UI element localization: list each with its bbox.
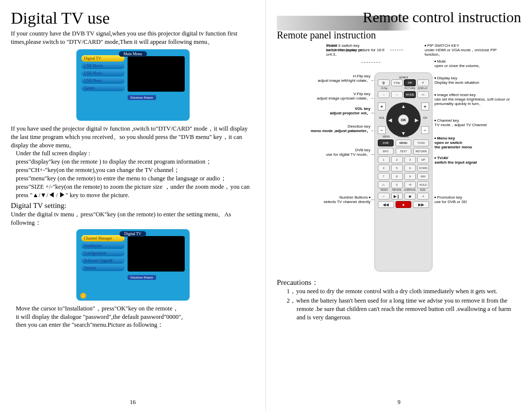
label-image: Image effect reset keycan set the image … — [434, 93, 518, 106]
db-empty-badge: Database Empty — [128, 95, 156, 100]
record-button[interactable]: ● — [396, 201, 412, 208]
menu1-header: Main Menu — [119, 51, 147, 57]
text-button[interactable]: TEXT — [396, 148, 411, 155]
down-button[interactable]: DOWN — [417, 165, 429, 171]
menu2-header: Digital TV — [119, 231, 146, 237]
size-plus-button[interactable]: + — [417, 193, 429, 200]
dialogue-password: it will display the dialogue "password",… — [16, 313, 255, 321]
stop-button[interactable]: ■ — [404, 193, 416, 200]
right-title-bar: Remote control instruction — [277, 10, 521, 25]
pip-button[interactable]: PIP — [404, 79, 416, 86]
press-ch: press"CH+-"key(on the remote),you can ch… — [16, 166, 255, 174]
hflip-sublabel: H.Flip — [378, 87, 391, 90]
vflip-button[interactable]: V.Flip — [391, 79, 403, 86]
remote-diagram: 16:9/4:3 switch keyswitch the display pi… — [277, 44, 523, 275]
label-vol: VOL keyadjust projector vol。 — [316, 107, 370, 116]
page-number: 9 — [398, 399, 400, 406]
num-9-button[interactable]: 9 — [404, 173, 416, 180]
mix-button[interactable]: MIX — [417, 173, 429, 180]
under-full-screen: Under the full screen display : — [16, 149, 255, 158]
ok-button[interactable]: OK — [398, 114, 409, 125]
label-number: Number Buttons selects TV channel direct… — [297, 196, 370, 205]
menu-button[interactable]: MENU — [396, 139, 411, 146]
power-button[interactable]: ⏻ — [378, 79, 390, 86]
ch-down-button[interactable]: − — [421, 126, 429, 134]
play-pause-button[interactable]: ▶❙ — [391, 193, 403, 200]
subpage-sublabel: SUBPAGE — [403, 188, 416, 191]
menu-preview — [128, 56, 185, 92]
num-2-button[interactable]: 2 — [391, 156, 403, 163]
enter-search: then you can enter the "search"menu.Pict… — [16, 321, 255, 329]
press-size: press"SIZE +/-"key(on the remote) to zoo… — [16, 183, 255, 200]
up-button[interactable]: UP — [417, 156, 429, 163]
label-direction: Direction keymenu mode ,adjust patameter… — [306, 125, 370, 134]
menu2-item: Channel Manager — [81, 235, 125, 241]
menu-sublabel: MENU — [378, 135, 395, 138]
press-display: press"display"key (on the remote ) to di… — [16, 158, 255, 166]
tvav-button[interactable]: TV/AV — [413, 139, 429, 146]
label-vflip: V.Flip keyadjust image up/down rotate。 — [297, 92, 370, 101]
page-16: Digital TV use If your country have the … — [0, 0, 266, 411]
arrow-up-icon[interactable]: ▲ — [401, 103, 406, 109]
vol-down-button[interactable]: − — [378, 126, 386, 134]
label-channel: Channel keyTV mode，adjust TV Channel — [434, 119, 518, 128]
forward-button[interactable]: ▶▶ — [413, 201, 429, 208]
label-pip: PIP SWITCH KEYunder HDMI or VGA mode，on/… — [425, 44, 508, 57]
page-number: 16 — [130, 399, 136, 406]
precautions-heading: Precautions： — [277, 277, 521, 287]
menu1-item: USB Movie — [81, 63, 125, 69]
num-1-button[interactable]: 1 — [378, 156, 390, 163]
direction-pad[interactable]: ▲ ▼ ◀ ▶ OK — [386, 103, 421, 137]
dvb-button[interactable]: DVB — [378, 139, 394, 146]
vflip2-button[interactable]: ↕ — [391, 91, 403, 98]
db-empty-badge: Database Empty — [128, 275, 156, 280]
return-button[interactable]: RETURN — [413, 148, 429, 155]
rewind-button[interactable]: ◀◀ — [378, 201, 394, 208]
page-9: Remote control instruction Remote panel … — [266, 0, 532, 411]
size-minus-button[interactable]: − — [378, 193, 390, 200]
arrow-right-icon[interactable]: ▶ — [415, 117, 419, 123]
digital-tv-figure: Digital TV Channel Manager Installation … — [76, 229, 190, 301]
aspect-label: 16:9/4:3 — [378, 76, 429, 79]
mode-button[interactable]: MODE — [404, 91, 416, 98]
size-sublabel: SIZE — [416, 188, 429, 191]
num-8-button[interactable]: 8 — [391, 173, 403, 180]
remote-body: 16:9/4:3 ⏻ V.Flip PIP ✕ H.Flip PICTURE D… — [374, 72, 432, 272]
recall-button[interactable]: ⟲ — [404, 181, 416, 188]
hflip-button[interactable]: ↔ — [378, 91, 390, 98]
menu2-item: Software Upgrade — [81, 257, 125, 264]
label-promotion: Promotion keyuse for DVB or SD — [434, 196, 518, 205]
arrow-down-icon[interactable]: ▼ — [401, 131, 406, 136]
hold-button[interactable]: HOLD — [417, 181, 429, 188]
label-display: Display keyDisplay the work situation — [434, 76, 513, 85]
digital-tv-title: Digital TV use — [11, 10, 255, 27]
instruction-list: Under the full screen display : press"di… — [11, 149, 255, 199]
menu1-item: USB Music — [81, 70, 125, 76]
menu1-item: Digital TV — [81, 55, 125, 62]
menu2-item: Configuration — [81, 250, 125, 256]
arrow-left-icon[interactable]: ◀ — [388, 117, 392, 123]
precaution-1: 1，you need to dry the remote control wit… — [297, 287, 521, 296]
num-7-button[interactable]: 7 — [378, 173, 390, 180]
vol-up-button[interactable]: + — [378, 103, 386, 110]
remote-control-instruction-title: Remote control instruction — [277, 10, 521, 25]
menu1-item: USB Photo — [81, 77, 125, 84]
display-sublabel: DISPLAY — [416, 87, 429, 90]
label-menu: Menu keyopen or switchthe parameter menu — [434, 137, 518, 149]
mute-button[interactable]: ✕ — [417, 79, 429, 86]
num-5-button[interactable]: 5 — [391, 165, 403, 171]
ch-up-button[interactable]: + — [421, 103, 429, 110]
num-6-button[interactable]: 6 — [404, 165, 416, 171]
num-4-button[interactable]: 4 — [378, 165, 390, 171]
info-icon: i — [80, 293, 86, 299]
menu2-item: Installation — [81, 242, 125, 249]
num-3-button[interactable]: 3 — [404, 156, 416, 163]
display-button[interactable]: ▭ — [417, 91, 429, 98]
vol-label: VOL — [379, 116, 384, 119]
intro-text: If your country have the DVB TV signal,w… — [11, 30, 255, 46]
dash-button[interactable]: -/-- — [378, 181, 390, 188]
press-menu: press"menu"key (on the remote) to entre … — [16, 174, 255, 183]
digital-tv-setting-heading: Digital TV setting: — [11, 201, 255, 210]
num-0-button[interactable]: 0 — [391, 181, 403, 188]
epg-button[interactable]: EPG — [378, 148, 394, 155]
